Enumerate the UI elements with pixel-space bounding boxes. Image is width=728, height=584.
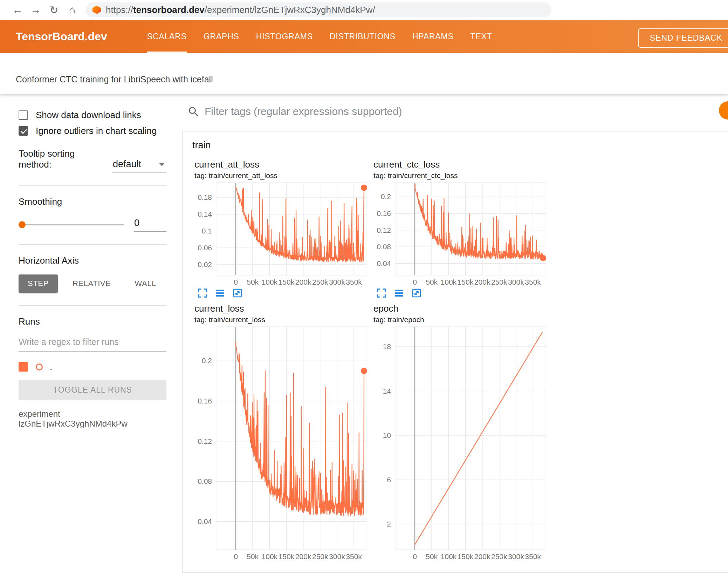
tab-graphs[interactable]: GRAPHS bbox=[195, 20, 248, 53]
horizontal-axis-label: Horizontal Axis bbox=[19, 255, 166, 266]
tab-histograms[interactable]: HISTOGRAMS bbox=[248, 20, 321, 53]
smoothing-label: Smoothing bbox=[19, 196, 166, 207]
smoothing-slider[interactable] bbox=[19, 221, 124, 228]
chart-tag: tag: train/current_ctc_loss bbox=[373, 171, 550, 180]
tooltip-sorting-row: Tooltip sorting method: default bbox=[19, 148, 166, 173]
chart-title: current_ctc_loss bbox=[373, 159, 550, 170]
data-table-icon[interactable] bbox=[394, 288, 404, 298]
line-chart-current-loss[interactable]: 0.040.080.120.160.2050k100k150k200k250k3… bbox=[194, 325, 370, 562]
app-header: TensorBoard.dev SCALARS GRAPHS HISTOGRAM… bbox=[0, 20, 728, 53]
address-bar[interactable]: https://tensorboard.dev/experiment/lzGnE… bbox=[85, 2, 551, 17]
back-icon[interactable]: ← bbox=[8, 4, 27, 16]
toggle-all-runs-button[interactable]: TOGGLE ALL RUNS bbox=[19, 380, 166, 400]
svg-text:200k: 200k bbox=[295, 278, 311, 286]
ignore-outliers-checkbox[interactable] bbox=[19, 126, 28, 136]
svg-text:150k: 150k bbox=[458, 552, 474, 561]
runs-regex-input[interactable] bbox=[19, 334, 166, 352]
svg-text:0.2: 0.2 bbox=[381, 192, 391, 201]
svg-text:50k: 50k bbox=[426, 278, 438, 286]
ignore-outliers-label: Ignore outliers in chart scaling bbox=[36, 125, 157, 136]
fullscreen-icon[interactable] bbox=[376, 288, 387, 298]
chart-toolbar bbox=[373, 288, 550, 298]
svg-text:50k: 50k bbox=[426, 552, 438, 561]
run-list-item: . bbox=[19, 361, 166, 372]
horizontal-axis-group: STEP RELATIVE WALL bbox=[19, 274, 166, 293]
svg-text:0.06: 0.06 bbox=[198, 244, 212, 252]
tensorboard-favicon-icon bbox=[92, 6, 101, 14]
data-table-icon[interactable] bbox=[215, 288, 225, 298]
experiment-id-note: experiment lzGnETjwRxC3yghNMd4kPw bbox=[19, 409, 166, 429]
fit-domain-icon[interactable] bbox=[232, 288, 243, 298]
tab-distributions[interactable]: DISTRIBUTIONS bbox=[321, 20, 404, 53]
line-chart-current-att-loss[interactable]: 0.020.060.10.140.18050k100k150k200k250k3… bbox=[194, 181, 370, 287]
url-text: https://tensorboard.dev/experiment/lzGnE… bbox=[106, 5, 375, 15]
runs-label: Runs bbox=[19, 316, 166, 327]
svg-text:0.04: 0.04 bbox=[377, 259, 391, 267]
svg-text:6: 6 bbox=[387, 476, 391, 484]
divider bbox=[19, 244, 166, 245]
tooltip-sorting-label: Tooltip sorting method: bbox=[19, 148, 107, 173]
svg-text:0.16: 0.16 bbox=[377, 209, 391, 217]
svg-text:0: 0 bbox=[234, 552, 238, 561]
chart-title: current_loss bbox=[194, 303, 371, 314]
experiment-subtitle-band: Conformer CTC training for LibriSpeech w… bbox=[0, 53, 728, 94]
svg-text:0.18: 0.18 bbox=[198, 193, 212, 201]
svg-text:200k: 200k bbox=[474, 552, 490, 561]
fit-domain-icon[interactable] bbox=[411, 288, 422, 298]
tag-filter-input[interactable] bbox=[205, 106, 714, 117]
svg-text:300k: 300k bbox=[329, 278, 345, 286]
line-chart-current-ctc-loss[interactable]: 0.040.080.120.160.2050k100k150k200k250k3… bbox=[373, 181, 549, 287]
svg-text:10: 10 bbox=[383, 431, 391, 439]
svg-text:100k: 100k bbox=[262, 552, 278, 561]
svg-text:100k: 100k bbox=[441, 278, 457, 286]
svg-text:50k: 50k bbox=[247, 552, 259, 561]
svg-text:200k: 200k bbox=[474, 278, 490, 286]
search-icon bbox=[188, 106, 199, 117]
home-icon[interactable]: ⌂ bbox=[63, 4, 81, 16]
svg-text:300k: 300k bbox=[329, 552, 345, 561]
svg-text:250k: 250k bbox=[312, 278, 328, 286]
chart-tag: tag: train/epoch bbox=[373, 315, 550, 324]
svg-text:350k: 350k bbox=[525, 278, 541, 286]
help-fab-partial[interactable] bbox=[719, 101, 728, 120]
svg-text:0.12: 0.12 bbox=[198, 437, 212, 445]
svg-text:350k: 350k bbox=[346, 552, 362, 561]
run-checkbox[interactable] bbox=[19, 362, 28, 372]
chart-card-current-loss: current_loss tag: train/current_loss 0.0… bbox=[194, 303, 371, 562]
svg-text:14: 14 bbox=[383, 387, 391, 395]
svg-text:250k: 250k bbox=[312, 552, 328, 561]
reload-icon[interactable]: ↻ bbox=[45, 4, 63, 16]
send-feedback-button[interactable]: SEND FEEDBACK bbox=[638, 28, 728, 48]
smoothing-value-input[interactable]: 0 bbox=[134, 218, 166, 232]
svg-text:0.16: 0.16 bbox=[198, 397, 212, 405]
svg-text:300k: 300k bbox=[508, 552, 524, 561]
run-color-swatch[interactable] bbox=[36, 364, 43, 371]
svg-text:0.14: 0.14 bbox=[198, 210, 212, 218]
svg-text:0: 0 bbox=[413, 552, 417, 561]
chart-toolbar bbox=[194, 288, 371, 298]
svg-text:0.08: 0.08 bbox=[198, 477, 212, 485]
haxis-relative-button[interactable]: RELATIVE bbox=[63, 274, 120, 293]
train-group-header[interactable]: train bbox=[183, 131, 728, 157]
slider-thumb[interactable] bbox=[19, 221, 26, 228]
show-download-checkbox[interactable] bbox=[19, 110, 28, 120]
nav-tabs: SCALARS GRAPHS HISTOGRAMS DISTRIBUTIONS … bbox=[139, 20, 501, 53]
svg-text:0.1: 0.1 bbox=[202, 227, 212, 235]
train-group-card: train current_att_loss tag: train/curren… bbox=[182, 131, 728, 573]
tab-hparams[interactable]: HPARAMS bbox=[404, 20, 462, 53]
haxis-step-button[interactable]: STEP bbox=[19, 274, 58, 293]
svg-text:350k: 350k bbox=[346, 278, 362, 286]
line-chart-epoch[interactable]: 26101418050k100k150k200k250k300k350k bbox=[373, 325, 549, 562]
tab-text[interactable]: TEXT bbox=[462, 20, 501, 53]
svg-text:0: 0 bbox=[234, 278, 238, 286]
chart-card-current-ctc-loss: current_ctc_loss tag: train/current_ctc_… bbox=[373, 159, 550, 298]
svg-text:50k: 50k bbox=[247, 278, 259, 286]
forward-icon[interactable]: → bbox=[27, 4, 45, 16]
divider bbox=[19, 305, 166, 306]
svg-text:0.12: 0.12 bbox=[377, 226, 391, 234]
tab-scalars[interactable]: SCALARS bbox=[139, 20, 195, 53]
fullscreen-icon[interactable] bbox=[197, 288, 208, 298]
settings-sidebar: Show data download links Ignore outliers… bbox=[0, 94, 182, 584]
haxis-wall-button[interactable]: WALL bbox=[125, 274, 165, 293]
tooltip-sorting-select[interactable]: default bbox=[112, 159, 166, 173]
